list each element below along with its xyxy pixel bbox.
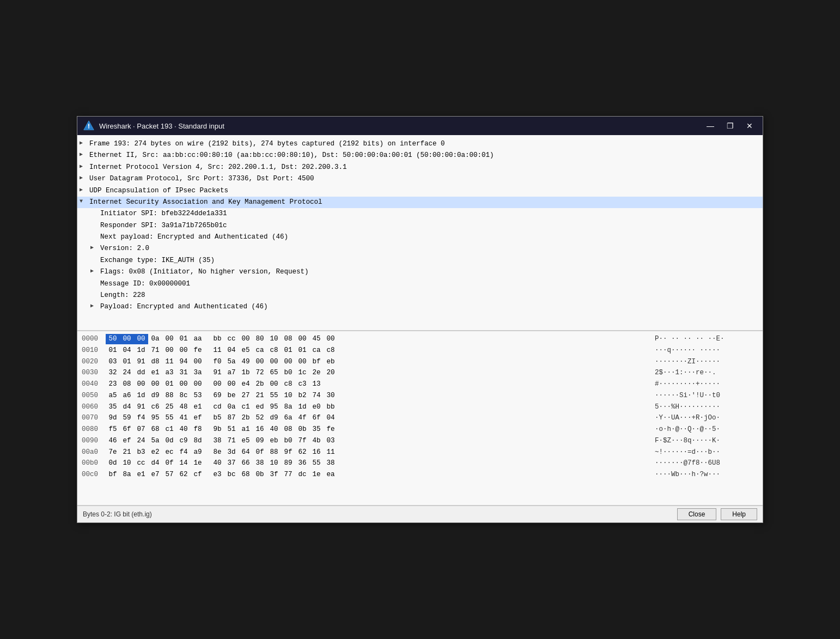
- hex-byte[interactable]: c3: [295, 379, 309, 390]
- hex-byte[interactable]: c8: [324, 345, 338, 356]
- hex-byte[interactable]: e7: [148, 470, 162, 480]
- hex-byte[interactable]: 00: [176, 345, 191, 356]
- hex-byte[interactable]: 24: [134, 436, 148, 446]
- hex-byte[interactable]: 00: [281, 357, 295, 367]
- hex-byte[interactable]: 62: [295, 447, 309, 458]
- hex-byte[interactable]: 62: [176, 470, 191, 480]
- hex-byte[interactable]: cf: [191, 470, 205, 480]
- hex-byte[interactable]: 00: [120, 334, 134, 344]
- hex-byte[interactable]: eb: [267, 436, 281, 446]
- hex-byte[interactable]: 8a: [281, 402, 295, 412]
- hex-byte[interactable]: 7e: [106, 447, 120, 458]
- hex-byte[interactable]: a5: [106, 391, 120, 401]
- hex-byte[interactable]: 9b: [210, 424, 224, 435]
- hex-byte[interactable]: 80: [253, 334, 267, 344]
- hex-panel[interactable]: 00005000000a0001aabbcc00801008004500P·· …: [77, 331, 763, 506]
- hex-byte[interactable]: 88: [162, 391, 176, 401]
- hex-byte[interactable]: aa: [191, 334, 205, 344]
- hex-byte[interactable]: 00: [210, 379, 224, 390]
- hex-byte[interactable]: ea: [324, 470, 338, 480]
- hex-byte[interactable]: 71: [148, 345, 162, 356]
- hex-byte[interactable]: 40: [267, 424, 281, 435]
- hex-byte[interactable]: 04: [324, 413, 338, 423]
- hex-byte[interactable]: 1c: [295, 368, 309, 378]
- hex-byte[interactable]: c1: [162, 424, 176, 435]
- hex-byte[interactable]: 95: [267, 402, 281, 412]
- hex-byte[interactable]: 10: [281, 391, 295, 401]
- hex-byte[interactable]: 95: [148, 413, 162, 423]
- hex-byte[interactable]: 4f: [295, 413, 309, 423]
- expand-arrow[interactable]: ▶: [90, 302, 99, 311]
- hex-byte[interactable]: eb: [324, 357, 338, 367]
- tree-item[interactable]: ▶Flags: 0x08 (Initiator, No higher versi…: [77, 266, 763, 278]
- hex-byte[interactable]: 64: [239, 447, 253, 458]
- hex-byte[interactable]: 00: [239, 334, 253, 344]
- hex-byte[interactable]: 0a: [148, 334, 162, 344]
- hex-byte[interactable]: 66: [239, 458, 253, 468]
- restore-button[interactable]: ❐: [722, 120, 738, 131]
- minimize-button[interactable]: —: [703, 120, 718, 131]
- hex-byte[interactable]: dd: [134, 368, 148, 378]
- tree-item[interactable]: ▶Version: 2.0: [77, 243, 763, 254]
- hex-byte[interactable]: 49: [239, 357, 253, 367]
- hex-byte[interactable]: 38: [253, 458, 267, 468]
- hex-row[interactable]: 001001041d710000fe1104e5cac80101cac8···q…: [77, 345, 763, 356]
- tree-item[interactable]: Initiator SPI: bfeb3224dde1a331: [77, 208, 763, 220]
- tree-item[interactable]: Message ID: 0x00000001: [77, 278, 763, 290]
- hex-byte[interactable]: 00: [134, 334, 148, 344]
- hex-byte[interactable]: 04: [224, 345, 239, 356]
- tree-item[interactable]: Length: 228: [77, 290, 763, 301]
- hex-byte[interactable]: 04: [120, 345, 134, 356]
- hex-byte[interactable]: 0f: [162, 458, 176, 468]
- hex-byte[interactable]: 3a: [191, 368, 205, 378]
- tree-item[interactable]: ▶UDP Encapsulation of IPsec Packets: [77, 185, 763, 197]
- hex-byte[interactable]: 91: [134, 402, 148, 412]
- hex-byte[interactable]: ca: [253, 345, 267, 356]
- hex-byte[interactable]: d4: [148, 458, 162, 468]
- hex-byte[interactable]: 00: [295, 334, 309, 344]
- collapse-arrow[interactable]: ▼: [80, 197, 88, 206]
- hex-byte[interactable]: 51: [224, 424, 239, 435]
- hex-byte[interactable]: e5: [239, 345, 253, 356]
- hex-byte[interactable]: 41: [176, 413, 191, 423]
- hex-byte[interactable]: b5: [210, 413, 224, 423]
- hex-byte[interactable]: 01: [162, 379, 176, 390]
- expand-arrow[interactable]: ▶: [80, 186, 88, 194]
- hex-byte[interactable]: 00: [176, 379, 191, 390]
- hex-byte[interactable]: 48: [176, 402, 191, 412]
- hex-byte[interactable]: 01: [120, 357, 134, 367]
- hex-byte[interactable]: 77: [281, 470, 295, 480]
- hex-row[interactable]: 0020030191d8119400f05a4900000000bfeb····…: [77, 356, 763, 368]
- hex-byte[interactable]: 10: [120, 458, 134, 468]
- hex-byte[interactable]: 94: [176, 357, 191, 367]
- hex-byte[interactable]: c9: [176, 436, 191, 446]
- hex-byte[interactable]: d9: [267, 413, 281, 423]
- hex-row[interactable]: 00709d59f4955541efb5872b52d96a4f6f04·Y··…: [77, 412, 763, 424]
- hex-byte[interactable]: 00: [224, 379, 239, 390]
- hex-byte[interactable]: 1d: [134, 345, 148, 356]
- tree-item[interactable]: Responder SPI: 3a91a71b7265b01c: [77, 220, 763, 232]
- hex-byte[interactable]: 0b: [295, 424, 309, 435]
- packet-tree[interactable]: ▶Frame 193: 274 bytes on wire (2192 bits…: [77, 135, 763, 331]
- hex-byte[interactable]: 1e: [309, 470, 324, 480]
- hex-byte[interactable]: cc: [134, 458, 148, 468]
- hex-byte[interactable]: 35: [106, 402, 120, 412]
- hex-byte[interactable]: 11: [162, 357, 176, 367]
- expand-arrow[interactable]: ▶: [90, 267, 99, 276]
- hex-byte[interactable]: e0: [309, 402, 324, 412]
- tree-item[interactable]: ▶Frame 193: 274 bytes on wire (2192 bits…: [77, 138, 763, 150]
- hex-byte[interactable]: 71: [224, 436, 239, 446]
- hex-byte[interactable]: 32: [106, 368, 120, 378]
- hex-byte[interactable]: 88: [267, 447, 281, 458]
- hex-byte[interactable]: 07: [134, 424, 148, 435]
- hex-byte[interactable]: 00: [295, 357, 309, 367]
- hex-byte[interactable]: 50: [106, 334, 120, 344]
- expand-arrow[interactable]: ▶: [80, 162, 88, 171]
- hex-row[interactable]: 00303224dde1a3313a91a71b7265b01c2e202$··…: [77, 367, 763, 379]
- hex-byte[interactable]: 0d: [162, 436, 176, 446]
- hex-byte[interactable]: 24: [120, 368, 134, 378]
- hex-byte[interactable]: 03: [106, 357, 120, 367]
- hex-byte[interactable]: 01: [295, 345, 309, 356]
- hex-byte[interactable]: 6f: [120, 424, 134, 435]
- hex-byte[interactable]: cc: [224, 334, 239, 344]
